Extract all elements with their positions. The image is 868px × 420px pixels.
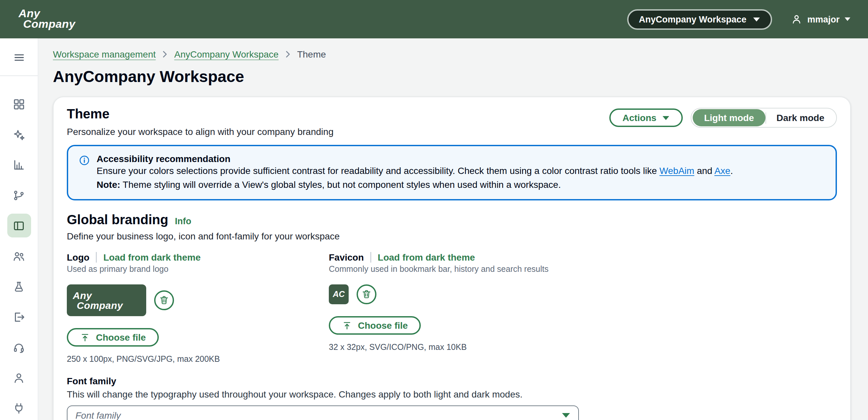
sidebar-item-dashboard[interactable] <box>7 92 31 116</box>
favicon-section: Favicon Load from dark theme Commonly us… <box>329 252 549 364</box>
actions-button[interactable]: Actions <box>609 108 683 127</box>
sidebar-item-exit[interactable] <box>7 305 31 329</box>
chevron-down-icon <box>753 17 760 22</box>
alert-content: Accessibility recommendation Ensure your… <box>97 154 733 192</box>
logo-choose-file-label: Choose file <box>96 332 146 343</box>
alert-note-label: Note: <box>97 179 120 190</box>
main-content: Workspace management AnyCompany Workspac… <box>38 38 868 420</box>
theme-card: Theme Personalize your workspace to alig… <box>53 97 851 420</box>
sidebar-divider <box>0 75 38 76</box>
page-title: AnyCompany Workspace <box>53 67 850 86</box>
app-root: Any Company AnyCompany Workspace mmajor <box>0 0 868 420</box>
logo-preview-row: Any Company <box>67 284 329 316</box>
mode-toggle: Light mode Dark mode <box>691 108 837 128</box>
light-mode-button[interactable]: Light mode <box>693 109 765 126</box>
chevron-right-icon <box>284 50 292 58</box>
experiment-icon <box>12 280 25 293</box>
global-branding-header: Global branding Info <box>67 212 837 228</box>
logo-label: Logo <box>67 252 89 263</box>
font-family-select[interactable]: Font family <box>67 406 579 420</box>
theme-title: Theme <box>67 106 334 122</box>
user-menu-button[interactable]: mmajor <box>790 13 851 25</box>
actions-label: Actions <box>623 112 657 123</box>
logo-text-line2: Company <box>23 19 75 30</box>
favicon-load-from-dark-theme-link[interactable]: Load from dark theme <box>378 252 475 263</box>
favicon-preview-row: AC <box>329 284 549 304</box>
favicon-choose-file-button[interactable]: Choose file <box>329 316 421 335</box>
upload-icon <box>342 320 352 330</box>
upload-icon <box>80 332 90 342</box>
left-sidebar <box>0 38 38 420</box>
trash-icon <box>361 289 372 300</box>
sidebar-item-workspaces[interactable] <box>7 214 31 237</box>
favicon-hint: Commonly used in bookmark bar, history a… <box>329 265 549 274</box>
webaim-link[interactable]: WebAim <box>660 165 694 176</box>
favicon-constraints: 32 x 32px, SVG/ICO/PNG, max 10KB <box>329 343 549 352</box>
info-link[interactable]: Info <box>175 216 191 226</box>
font-family-label: Font family <box>67 376 837 386</box>
font-family-select-value: Font family <box>75 410 121 420</box>
theme-card-header: Theme Personalize your workspace to alig… <box>67 106 837 137</box>
sidebar-item-users[interactable] <box>7 244 31 268</box>
user-icon <box>790 13 803 25</box>
breadcrumb-anycompany-workspace[interactable]: AnyCompany Workspace <box>174 49 279 60</box>
delete-logo-button[interactable] <box>154 290 174 310</box>
breadcrumb-workspace-management[interactable]: Workspace management <box>53 49 156 60</box>
favicon-choose-file-label: Choose file <box>358 320 408 331</box>
alert-note-text: Theme styling will override a View's glo… <box>120 179 561 190</box>
logo-constraints: 250 x 100px, PNG/SVG/JPG, max 200KB <box>67 355 329 364</box>
sidebar-item-analytics[interactable] <box>7 153 31 176</box>
favicon-label: Favicon <box>329 252 364 263</box>
top-navigation: Any Company AnyCompany Workspace mmajor <box>0 0 868 38</box>
accessibility-alert: Accessibility recommendation Ensure your… <box>67 145 837 200</box>
favicon-preview: AC <box>329 284 349 304</box>
label-divider <box>371 252 371 263</box>
sidebar-item-workflows[interactable] <box>7 183 31 207</box>
breadcrumb-current: Theme <box>297 49 326 60</box>
dashboard-icon <box>12 98 25 110</box>
theme-card-heading: Theme Personalize your workspace to alig… <box>67 106 334 137</box>
theme-header-controls: Actions Light mode Dark mode <box>609 108 837 128</box>
chevron-down-icon <box>844 17 851 21</box>
workspace-selector-button[interactable]: AnyCompany Workspace <box>627 9 772 29</box>
chevron-right-icon <box>161 50 169 58</box>
workflow-icon <box>12 189 25 201</box>
sidebar-item-ai[interactable] <box>7 122 31 146</box>
workspace-selector-label: AnyCompany Workspace <box>639 14 746 24</box>
global-branding-title: Global branding <box>67 212 168 228</box>
alert-line-1: Ensure your colors selections provide su… <box>97 164 733 178</box>
profile-icon <box>12 371 25 384</box>
logo-preview-line1: Any <box>73 290 146 300</box>
analytics-icon <box>12 158 25 171</box>
font-family-description: This will change the typography used thr… <box>67 389 837 399</box>
dark-mode-button[interactable]: Dark mode <box>766 109 835 126</box>
label-divider <box>96 252 97 263</box>
alert-text-segment: . <box>731 165 733 176</box>
company-logo: Any Company <box>19 9 75 30</box>
axe-link[interactable]: Axe <box>714 165 731 176</box>
chevron-down-icon <box>562 413 570 418</box>
user-name-label: mmajor <box>807 14 840 24</box>
logo-preview: Any Company <box>67 284 146 316</box>
alert-text-segment: and <box>694 165 714 176</box>
trash-icon <box>159 295 169 305</box>
alert-note-line: Note: Theme styling will override a View… <box>97 178 733 192</box>
sidebar-item-experiments[interactable] <box>7 274 31 298</box>
sidebar-nav <box>7 92 31 420</box>
delete-favicon-button[interactable] <box>356 284 376 304</box>
sidebar-item-profile[interactable] <box>7 366 31 390</box>
favicon-label-row: Favicon Load from dark theme <box>329 252 549 263</box>
logo-choose-file-button[interactable]: Choose file <box>67 328 159 347</box>
alert-text-segment: Ensure your colors selections provide su… <box>97 165 660 176</box>
breadcrumb: Workspace management AnyCompany Workspac… <box>53 49 850 60</box>
sidebar-item-support[interactable] <box>7 335 31 359</box>
logo-section: Logo Load from dark theme Used as primar… <box>67 252 329 364</box>
logo-hint: Used as primary brand logo <box>67 265 329 274</box>
sidebar-item-integrations[interactable] <box>7 396 31 420</box>
logo-load-from-dark-theme-link[interactable]: Load from dark theme <box>103 252 200 263</box>
alert-title: Accessibility recommendation <box>97 154 733 164</box>
global-branding-description: Define your business logo, icon and font… <box>67 231 837 241</box>
theme-description: Personalize your workspace to align with… <box>67 126 334 137</box>
sidebar-toggle-button[interactable] <box>7 47 31 67</box>
font-family-section: Font family This will change the typogra… <box>67 376 837 420</box>
